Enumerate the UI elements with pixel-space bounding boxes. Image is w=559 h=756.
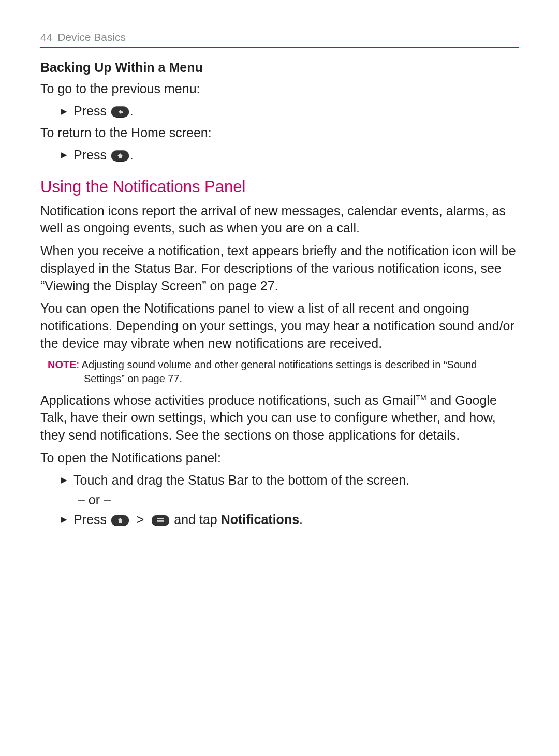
para-notif-2: When you receive a notification, text ap… [40, 242, 519, 295]
note-text: : Adjusting sound volume and other gener… [77, 359, 477, 384]
subheading-backing-up: Backing Up Within a Menu [40, 60, 519, 75]
svg-rect-1 [157, 520, 164, 521]
bullet-period: . [130, 148, 134, 162]
bullet-marker-icon: ▶ [61, 514, 67, 525]
or-separator: – or – [78, 492, 519, 507]
page-number: 44 [40, 31, 52, 43]
para-notif-3: You can open the Notifications panel to … [40, 300, 519, 352]
para4-a: Applications whose activities produce no… [40, 393, 416, 408]
trademark-symbol: TM [416, 393, 426, 401]
bullet-text: Press [73, 104, 110, 118]
menu-key-icon [152, 515, 169, 526]
bullet-text: Touch and drag the Status Bar to the bot… [73, 473, 409, 487]
back-key-icon [111, 106, 129, 118]
bullet-text-tap: and tap [170, 512, 220, 527]
bullet-marker-icon: ▶ [61, 474, 67, 485]
home-key-icon [111, 515, 129, 526]
body-home-screen: To return to the Home screen: [40, 124, 519, 142]
para-notif-4: Applications whose activities produce no… [40, 392, 519, 444]
bullet-text: Press [73, 148, 110, 162]
note-block: NOTE: Adjusting sound volume and other g… [48, 358, 519, 386]
bullet-period: . [130, 104, 134, 118]
home-key-icon [111, 150, 129, 162]
note-label: NOTE [48, 359, 77, 370]
bullet-press-home-menu: ▶Press > and tap Notifications. [61, 511, 519, 529]
bullet-drag-status-bar: ▶Touch and drag the Status Bar to the bo… [61, 471, 519, 489]
svg-rect-0 [157, 518, 164, 519]
bullet-marker-icon: ▶ [61, 149, 67, 160]
svg-rect-2 [157, 521, 164, 522]
bullet-marker-icon: ▶ [61, 106, 67, 117]
manual-page: 44 Device Basics Backing Up Within a Men… [0, 0, 559, 563]
bullet-period: . [299, 512, 303, 527]
breadcrumb-separator: > [133, 512, 148, 527]
bullet-text-press: Press [73, 512, 110, 527]
bullet-text-notifications: Notifications [221, 512, 299, 527]
bullet-press-home: ▶Press . [61, 146, 519, 164]
bullet-press-back: ▶Press . [61, 102, 519, 120]
body-previous-menu: To go to the previous menu: [40, 80, 519, 98]
chapter-title: Device Basics [57, 31, 126, 43]
section-title-notifications: Using the Notifications Panel [40, 178, 519, 196]
subheading-open-notif: To open the Notifications panel: [40, 449, 519, 467]
para-notif-1: Notification icons report the arrival of… [40, 202, 519, 238]
page-header: 44 Device Basics [40, 31, 519, 48]
